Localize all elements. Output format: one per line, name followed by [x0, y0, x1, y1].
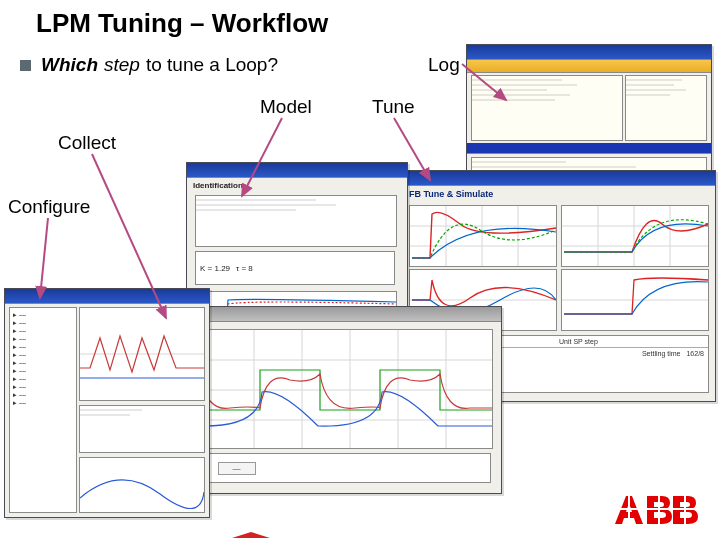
label-collect: Collect: [58, 132, 116, 154]
configure-tree-pane: ▸ —▸ —▸ —▸ — ▸ —▸ —▸ —▸ — ▸ —▸ —▸ —▸ —: [9, 307, 77, 513]
model-section-id: Identification: [193, 181, 243, 190]
tune-step4-chart: [561, 269, 709, 331]
question-row: Which step to tune a Loop?: [20, 54, 278, 76]
page-title: LPM Tuning – Workflow: [36, 8, 328, 39]
tune-step2-chart: [561, 205, 709, 267]
tune-step1-chart: [409, 205, 557, 267]
label-log: Log: [428, 54, 460, 76]
bullet-square-icon: [20, 60, 31, 71]
configure-buttons-pane: [79, 405, 205, 453]
footer-red-mark: [232, 532, 270, 538]
arrow-configure: [40, 218, 48, 298]
log-window-toolbar: [467, 60, 711, 73]
configure-zoom-pane: [79, 457, 205, 513]
tune-window-titlebar: [401, 171, 715, 186]
question-word2: step: [104, 54, 140, 76]
configure-trend-chart: [79, 307, 205, 401]
collect-btn: —: [218, 462, 256, 475]
log-separator: [467, 143, 711, 154]
label-model: Model: [260, 96, 312, 118]
model-id-pane: [195, 195, 397, 247]
question-word1: Which: [41, 54, 98, 76]
tune-window-caption: FB Tune & Simulate: [409, 189, 493, 199]
svg-rect-27: [684, 494, 686, 526]
label-tune: Tune: [372, 96, 415, 118]
log-window-titlebar: [467, 45, 711, 60]
label-configure: Configure: [8, 196, 90, 218]
abb-logo: [614, 494, 698, 526]
question-rest: to tune a Loop?: [146, 54, 278, 76]
model-window-titlebar: [187, 163, 407, 178]
svg-rect-26: [658, 494, 660, 526]
configure-window: ▸ —▸ —▸ —▸ — ▸ —▸ —▸ —▸ — ▸ —▸ —▸ —▸ —: [4, 288, 210, 518]
log-params-pane2: [625, 75, 707, 141]
svg-rect-25: [628, 494, 630, 526]
log-params-pane: [471, 75, 623, 141]
model-equation-pane: K = 1.29τ = 8: [195, 251, 395, 285]
configure-window-titlebar: [5, 289, 209, 304]
